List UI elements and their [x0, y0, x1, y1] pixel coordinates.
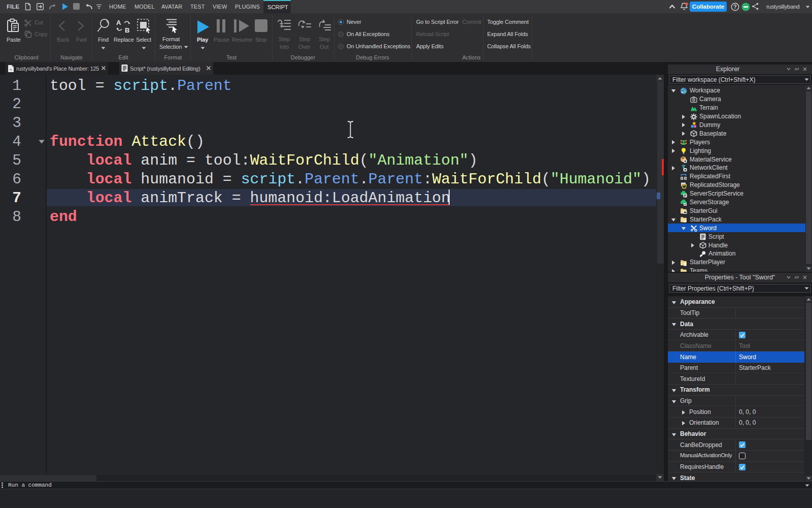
svg-text:B: B — [125, 26, 129, 34]
svg-text:A: A — [116, 19, 121, 26]
svg-text:?: ? — [733, 4, 736, 10]
